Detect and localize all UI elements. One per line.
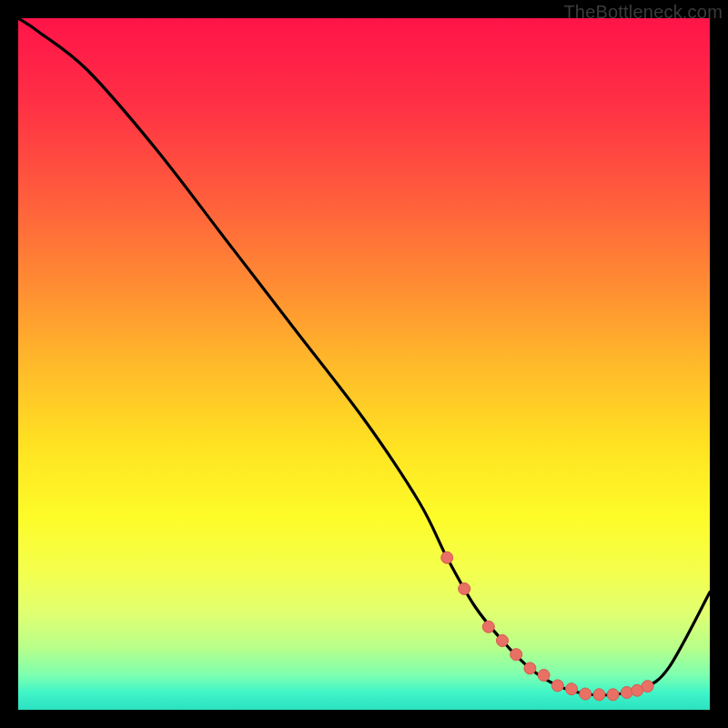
dot-marker: [441, 551, 453, 563]
dot-marker: [497, 635, 509, 647]
dot-marker: [580, 688, 592, 700]
dot-marker: [459, 583, 470, 595]
dot-marker: [551, 680, 563, 692]
dot-marker: [593, 689, 605, 701]
dot-marker: [538, 670, 550, 682]
dot-marker: [607, 689, 619, 701]
dot-marker: [482, 621, 494, 632]
dot-marker: [621, 687, 632, 699]
watermark-label: TheBottleneck.com: [563, 2, 723, 23]
dot-marker: [524, 662, 536, 674]
plot-area: [18, 18, 710, 710]
bottleneck-curve: [18, 18, 710, 695]
dot-marker: [642, 681, 653, 693]
highlight-dots: [441, 551, 653, 700]
dot-marker: [511, 649, 522, 661]
dot-marker: [566, 683, 578, 695]
curve-layer: [18, 18, 710, 710]
